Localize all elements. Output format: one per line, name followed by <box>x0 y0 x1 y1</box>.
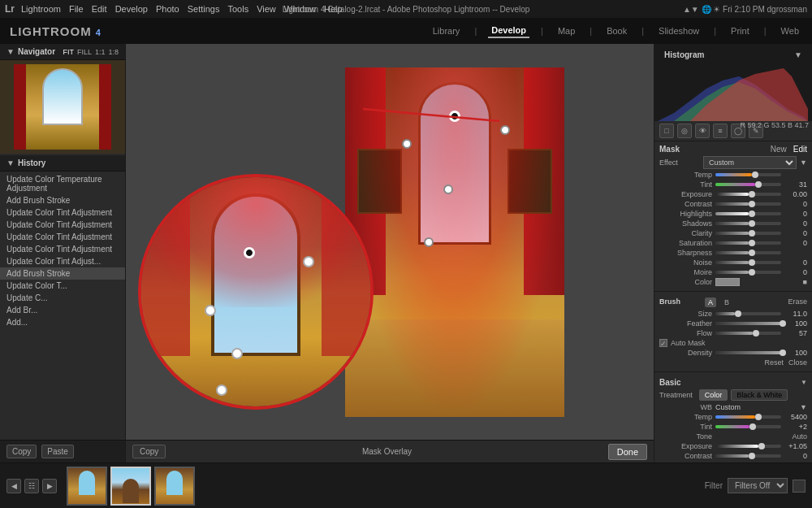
clarity-label: Clarity <box>659 229 712 237</box>
history-item[interactable]: Update Color Tint Adjustment <box>0 231 125 243</box>
tab-web[interactable]: Web <box>778 24 802 37</box>
shadows-slider-row: Shadows 0 <box>659 219 807 228</box>
film-thumbnail-1[interactable] <box>67 467 107 506</box>
history-item[interactable]: Update Color Tint Adjustment <box>0 243 125 255</box>
main-photo-area[interactable] <box>126 44 654 440</box>
auto-mask-checkbox[interactable]: ✓ <box>659 339 667 347</box>
menu-develop[interactable]: Develop <box>115 4 148 14</box>
auto-mask-label: Auto Mask <box>671 339 706 347</box>
film-grid-button[interactable]: ☷ <box>24 479 39 493</box>
control-point-2[interactable] <box>500 125 510 135</box>
menu-tools[interactable]: Tools <box>227 4 248 14</box>
film-thumbnail-2[interactable] <box>110 467 151 506</box>
zoom-ctrl-3[interactable] <box>231 348 243 359</box>
history-item[interactable]: Update C... <box>0 292 125 304</box>
tint-slider[interactable] <box>715 183 781 186</box>
bw-treatment-button[interactable]: Black & White <box>731 389 788 401</box>
control-point-4[interactable] <box>424 237 434 247</box>
brush-tab-b[interactable]: B <box>721 297 732 307</box>
reset-close-row: Reset Close <box>659 358 807 367</box>
tab-print[interactable]: Print <box>728 24 753 37</box>
main-layout: ▼ Navigator FIT FILL 1:1 1:8 ▼ History U… <box>0 44 812 462</box>
zoom-ctrl-4[interactable] <box>216 384 227 396</box>
history-item[interactable]: Update Color T... <box>0 280 125 292</box>
basic-temp-slider[interactable] <box>715 415 781 419</box>
noise-value: 0 <box>784 258 807 267</box>
flow-slider[interactable] <box>715 332 781 335</box>
copy-toolbar-button[interactable]: Copy <box>132 445 166 458</box>
history-item[interactable]: Update Color Temperature Adjustment <box>0 173 125 194</box>
highlights-slider[interactable] <box>715 212 781 215</box>
film-next-button[interactable]: ▶ <box>42 479 57 493</box>
tab-map[interactable]: Map <box>555 24 578 37</box>
tab-book[interactable]: Book <box>603 24 630 37</box>
tone-auto[interactable]: Auto <box>715 432 807 441</box>
paste-button[interactable]: Paste <box>41 445 74 458</box>
density-slider[interactable] <box>715 351 781 354</box>
copy-button[interactable]: Copy <box>6 445 37 458</box>
main-photo[interactable] <box>345 67 564 417</box>
navigator-thumbnail[interactable] <box>0 60 125 154</box>
zoom-1to1[interactable]: 1:1 <box>95 48 106 56</box>
film-thumbnail-3[interactable] <box>154 467 195 506</box>
mask-edit-action[interactable]: Edit <box>793 145 807 154</box>
exposure-slider[interactable] <box>715 193 781 196</box>
system-icons: ▲▼ 🌐 ☀ Fri 2:10 PM dgrossman <box>683 5 807 14</box>
size-slider[interactable] <box>715 312 781 315</box>
zoom-fill[interactable]: FILL <box>77 48 92 56</box>
feather-slider[interactable] <box>715 322 781 325</box>
done-button[interactable]: Done <box>608 444 647 460</box>
history-item[interactable]: Add... <box>0 316 125 328</box>
control-point-main-active[interactable] <box>449 111 460 122</box>
zoom-ctrl-active[interactable] <box>244 247 255 258</box>
zoom-1to8[interactable]: 1:8 <box>108 48 119 56</box>
menu-view[interactable]: View <box>257 4 276 14</box>
control-point-1[interactable] <box>402 139 412 149</box>
highlights-value: 0 <box>784 210 807 218</box>
basic-tint-slider[interactable] <box>715 425 781 428</box>
temp-slider[interactable] <box>715 173 781 176</box>
history-item[interactable]: Add Br... <box>0 304 125 316</box>
copy-paste-bar: Copy Paste <box>0 440 125 462</box>
filter-dropdown[interactable]: Filters Off <box>728 478 788 493</box>
menu-file[interactable]: File <box>69 4 84 14</box>
history-item[interactable]: Update Color Tint Adjustment <box>0 206 125 219</box>
basic-contrast-row: Contrast 0 <box>659 452 807 460</box>
control-point-3[interactable] <box>443 185 453 194</box>
zoom-circle-content <box>141 177 370 406</box>
saturation-slider[interactable] <box>715 241 781 245</box>
noise-slider[interactable] <box>715 261 781 264</box>
brush-tab-a[interactable]: A <box>705 297 716 307</box>
history-item[interactable]: Add Brush Stroke <box>0 267 125 280</box>
zoom-fit[interactable]: FIT <box>63 48 74 56</box>
film-prev-button[interactable]: ◀ <box>6 479 21 493</box>
menu-lightroom[interactable]: Lightroom <box>21 4 61 14</box>
noise-slider-row: Noise 0 <box>659 258 807 267</box>
zoom-ctrl-1[interactable] <box>303 256 314 267</box>
menu-settings[interactable]: Settings <box>188 4 220 14</box>
clarity-slider[interactable] <box>715 232 781 235</box>
contrast-slider[interactable] <box>715 202 781 206</box>
zoom-ctrl-2[interactable] <box>205 305 216 316</box>
color-treatment-button[interactable]: Color <box>699 389 728 401</box>
menu-edit[interactable]: Edit <box>92 4 107 14</box>
basic-contrast-slider[interactable] <box>715 454 781 458</box>
basic-exposure-slider[interactable] <box>715 445 781 448</box>
history-item[interactable]: Update Color Tint Adjust... <box>0 255 125 267</box>
tab-develop[interactable]: Develop <box>488 24 529 38</box>
menu-photo[interactable]: Photo <box>156 4 179 14</box>
sharpness-slider[interactable] <box>715 251 781 254</box>
moire-slider[interactable] <box>715 271 781 274</box>
history-item[interactable]: Add Brush Stroke <box>0 194 125 206</box>
tab-library[interactable]: Library <box>430 24 464 37</box>
erase-label[interactable]: Erase <box>788 297 807 307</box>
brush-reset-button[interactable]: Reset <box>764 358 784 367</box>
brush-close-button[interactable]: Close <box>788 358 807 367</box>
color-swatch[interactable] <box>715 278 740 286</box>
tab-slideshow[interactable]: Slideshow <box>655 24 702 37</box>
effect-dropdown[interactable]: Custom <box>703 156 797 169</box>
filter-icon[interactable] <box>793 480 806 493</box>
shadows-slider[interactable] <box>715 222 781 225</box>
history-item[interactable]: Update Color Tint Adjustment <box>0 219 125 231</box>
mask-new-action[interactable]: New <box>771 145 787 154</box>
